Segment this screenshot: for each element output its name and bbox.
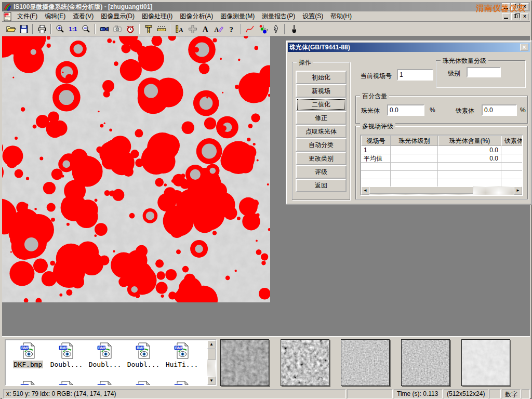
pearlite-percent-input[interactable] (387, 104, 424, 116)
file-name[interactable]: DKF.bmp (13, 361, 44, 368)
mdi-restore-button[interactable] (511, 13, 520, 20)
menu-settings[interactable]: 设置(S) (299, 11, 327, 22)
svg-text:3: 3 (267, 29, 268, 32)
file-item[interactable]: HuiTi... (164, 342, 200, 368)
mdi-minimize-button[interactable] (502, 13, 510, 20)
change-class-button[interactable]: 更改类别 (296, 152, 347, 165)
file-name[interactable]: Doubl... (88, 361, 123, 368)
help-icon[interactable]: ? (225, 23, 238, 35)
menu-image-display[interactable]: 图像显示(D) (97, 11, 138, 22)
table-row[interactable]: 1 0.0 (361, 146, 522, 154)
file-name[interactable]: HuiTi... (165, 361, 200, 368)
metallographic-image-binarized[interactable] (2, 36, 270, 302)
curve-measure-icon[interactable] (243, 23, 256, 35)
ferrite-percent-input[interactable] (482, 104, 517, 116)
cell-pearlite: 0.0 (438, 154, 501, 163)
percentage-group: 百分含量 珠光体 % 铁素体 % (355, 96, 528, 124)
scroll-left-icon[interactable]: ◄ (361, 187, 369, 195)
binarize-button[interactable]: 二值化 (296, 98, 347, 111)
bmp-file-icon (135, 381, 152, 386)
timer-icon[interactable] (124, 23, 137, 35)
svg-text:?: ? (229, 25, 233, 34)
return-button[interactable]: 返回 (296, 179, 347, 192)
init-button[interactable]: 初始化 (296, 71, 347, 84)
file-item[interactable] (125, 381, 162, 386)
pen-nib-icon[interactable] (269, 23, 282, 35)
thumbnail-4[interactable] (401, 339, 450, 386)
open-folder-icon[interactable] (4, 23, 17, 35)
menu-image-analysis[interactable]: 图像分析(A) (176, 11, 217, 22)
file-item[interactable]: Doubl... (48, 342, 85, 368)
file-name[interactable]: Doubl... (126, 361, 161, 368)
pick-pearlite-button[interactable]: 点取珠光体 (296, 125, 347, 138)
status-spacer (347, 389, 393, 398)
grade-button[interactable]: 评级 (296, 165, 347, 179)
thumbnail-5[interactable] (461, 339, 510, 386)
zoom-out-icon[interactable] (79, 23, 92, 35)
file-item[interactable]: DKF.bmp (10, 342, 46, 368)
bmp-file-icon (174, 381, 190, 386)
new-field-button[interactable]: 新视场 (296, 84, 347, 98)
move-cross-icon[interactable] (186, 23, 199, 35)
horizontal-ruler-icon[interactable] (155, 23, 168, 35)
menu-image-process[interactable]: 图像处理(I) (138, 11, 176, 22)
scroll-up-icon[interactable]: ▲ (207, 340, 216, 349)
dialog-title-bar[interactable]: 珠光体(GB/T9441-88) × (288, 43, 530, 52)
annotate-icon[interactable]: A (212, 23, 225, 35)
camera-icon[interactable] (111, 23, 124, 35)
svg-text:A: A (179, 26, 183, 34)
vertical-caliper-icon[interactable] (142, 23, 155, 35)
thumbnail-2[interactable] (281, 339, 329, 386)
file-item[interactable] (48, 381, 85, 386)
col-pearlite-grade[interactable]: 珠光体级别 (391, 136, 438, 146)
file-item[interactable] (164, 381, 200, 386)
pearlite-dialog: 珠光体(GB/T9441-88) × 操作 初始化 新视场 二值化 修正 点取珠… (286, 41, 532, 205)
menu-help[interactable]: 帮助(H) (327, 11, 355, 22)
scroll-thumb[interactable] (207, 349, 216, 360)
table-horizontal-scrollbar[interactable]: ◄ ► (361, 187, 522, 195)
actual-size-button[interactable]: 1:1 (66, 23, 79, 35)
correct-button[interactable]: 修正 (296, 111, 347, 125)
menu-file[interactable]: 文件(F) (14, 11, 41, 22)
video-camera-icon[interactable] (98, 23, 111, 35)
auto-classify-button[interactable]: 自动分类 (296, 138, 347, 152)
menu-measure-report[interactable]: 测量报告(P) (258, 11, 299, 22)
color-points-icon[interactable]: 123 (256, 23, 269, 35)
cell-field: 平均值 (361, 154, 391, 163)
col-field[interactable]: 视场号 (361, 136, 391, 146)
mdi-close-button[interactable]: × (521, 13, 529, 20)
print-icon[interactable] (35, 23, 48, 35)
file-item[interactable]: Doubl... (87, 342, 123, 368)
measure-text-icon[interactable]: A (173, 23, 186, 35)
save-icon[interactable] (17, 23, 30, 35)
file-item[interactable]: Doubl... (125, 342, 162, 368)
application-window: IS100显微摄像系统(金相分析版) - [zhuguangti01] × 渭南… (0, 0, 532, 399)
col-pearlite-content[interactable]: 珠光体含量(%) (438, 136, 501, 146)
table-row[interactable]: 平均值 0.0 (361, 154, 522, 163)
zoom-in-icon[interactable] (54, 23, 66, 35)
file-list-scrollbar[interactable]: ▲ ▼ (207, 340, 216, 385)
grading-table[interactable]: 视场号 珠光体级别 珠光体含量(%) 铁素体含量(%) 1 0.0 平均值 0.… (360, 135, 523, 196)
file-name[interactable]: Doubl... (49, 361, 84, 368)
col-ferrite-content[interactable]: 铁素体含量(%) (501, 136, 523, 146)
thumbnail-3[interactable] (341, 339, 390, 386)
current-field-input[interactable] (397, 69, 433, 81)
table-header-row: 视场号 珠光体级别 珠光体含量(%) 铁素体含量(%) (361, 136, 522, 146)
scroll-right-icon[interactable]: ► (514, 187, 522, 195)
file-item[interactable] (10, 381, 46, 386)
menu-edit[interactable]: 编辑(E) (41, 11, 69, 22)
brush-icon[interactable] (287, 23, 300, 35)
dialog-close-button[interactable]: × (520, 44, 528, 51)
menu-image-measure[interactable]: 图像测量(M) (217, 11, 258, 22)
document-icon[interactable] (3, 12, 12, 21)
file-browser[interactable]: DKF.bmp Doubl... Doubl... Doubl... HuiTi… (5, 339, 217, 386)
cell-ferrite (501, 146, 523, 154)
scroll-down-icon[interactable]: ▼ (207, 377, 216, 385)
menu-view[interactable]: 查看(V) (69, 11, 97, 22)
multi-field-group-label: 多视场评级 (360, 122, 395, 131)
text-icon[interactable]: A (199, 23, 212, 35)
file-item[interactable] (87, 381, 123, 386)
thumbnail-1[interactable] (220, 339, 269, 386)
level-input[interactable] (467, 67, 501, 77)
menu-bar: 文件(F) 编辑(E) 查看(V) 图像显示(D) 图像处理(I) 图像分析(A… (2, 11, 530, 22)
